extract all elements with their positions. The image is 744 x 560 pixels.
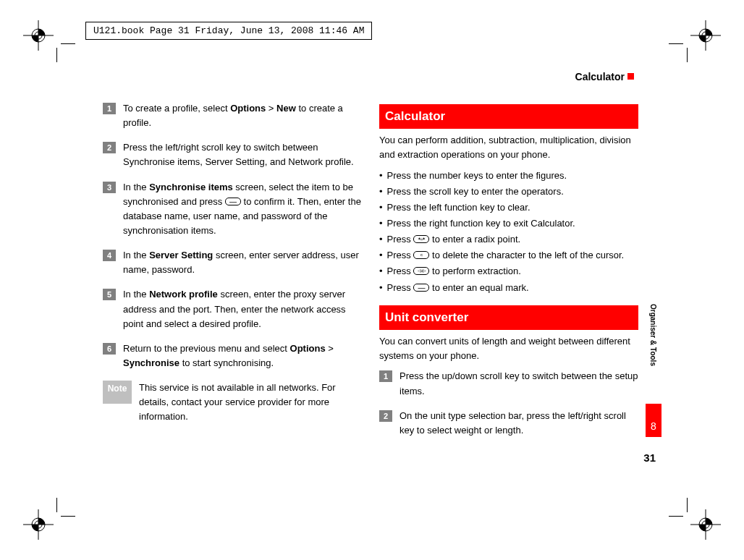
bullet-item: Press to enter an equal mark.	[379, 281, 638, 295]
bullet-item: Press to delete the character to the lef…	[379, 248, 638, 263]
step-2: 2 Press the left/right scroll key to swi…	[103, 140, 362, 169]
step-1: 1 To create a profile, select Options > …	[103, 101, 362, 130]
step-body: Press the left/right scroll key to switc…	[123, 140, 362, 169]
key-icon	[413, 251, 429, 259]
bullet-item: Press to perform extraction.	[379, 264, 638, 279]
key-icon	[413, 267, 429, 275]
side-chapter-tab: 8	[646, 404, 661, 437]
crop-mark-icon	[56, 43, 77, 64]
step-number: 3	[103, 182, 116, 193]
step-body: In the Network profile screen, enter the…	[123, 287, 362, 331]
page-body: Calculator 1 To create a profile, select…	[103, 71, 638, 476]
registration-mark-icon	[690, 509, 721, 540]
step-body: In the Synchronise items screen, select …	[123, 180, 362, 239]
step-number: 1	[103, 103, 116, 114]
section-heading-calculator: Calculator	[379, 104, 638, 129]
step-body: To create a profile, select Options > Ne…	[123, 101, 362, 130]
crop-mark-icon	[667, 496, 688, 517]
step-number: 2	[103, 142, 116, 153]
page-number: 31	[643, 451, 656, 464]
key-icon	[413, 235, 429, 243]
section-intro: You can convert units of length and weig…	[379, 334, 638, 363]
step-body: In the Server Setting screen, enter serv…	[123, 248, 362, 277]
bullet-item: Press the number keys to enter the figur…	[379, 169, 638, 183]
step-number: 1	[379, 370, 392, 382]
step-5: 5 In the Network profile screen, enter t…	[103, 287, 362, 331]
section-intro: You can perform addition, subtraction, m…	[379, 133, 638, 162]
bullet-item: Press the right function key to exit Cal…	[379, 216, 638, 231]
bullet-item: Press the scroll key to enter the operat…	[379, 184, 638, 199]
registration-mark-icon	[23, 509, 54, 540]
step-4: 4 In the Server Setting screen, enter se…	[103, 248, 362, 277]
registration-mark-icon	[23, 20, 54, 51]
print-header: U121.book Page 31 Friday, June 13, 2008 …	[85, 22, 372, 40]
step-3: 3 In the Synchronise items screen, selec…	[103, 180, 362, 239]
bullet-item: Press the left function key to clear.	[379, 200, 638, 215]
right-column: Calculator You can perform addition, sub…	[379, 101, 638, 448]
bullet-item: Press to enter a radix point.	[379, 232, 638, 247]
step-body: Press the up/down scroll key to switch b…	[400, 369, 638, 398]
step-number: 2	[379, 410, 392, 422]
crop-mark-icon	[56, 496, 77, 517]
left-column: 1 To create a profile, select Options > …	[103, 101, 362, 448]
crop-mark-icon	[667, 43, 688, 64]
step-2: 2 On the unit type selection bar, press …	[379, 409, 638, 438]
step-number: 4	[103, 250, 116, 261]
key-icon	[413, 284, 429, 292]
section-heading-unit-converter: Unit converter	[379, 305, 638, 330]
side-chapter-label: Organiser & Tools	[649, 304, 657, 366]
step-body: On the unit type selection bar, press th…	[400, 409, 638, 438]
note-block: Note This service is not available in al…	[103, 381, 362, 424]
step-6: 6 Return to the previous menu and select…	[103, 341, 362, 370]
step-number: 6	[103, 343, 116, 355]
registration-mark-icon	[690, 20, 721, 51]
running-head: Calculator	[103, 71, 638, 82]
key-icon	[225, 198, 241, 205]
note-label: Note	[103, 381, 132, 404]
step-1: 1 Press the up/down scroll key to switch…	[379, 369, 638, 398]
note-body: This service is not available in all net…	[139, 381, 362, 424]
step-body: Return to the previous menu and select O…	[123, 341, 362, 370]
step-number: 5	[103, 289, 116, 300]
